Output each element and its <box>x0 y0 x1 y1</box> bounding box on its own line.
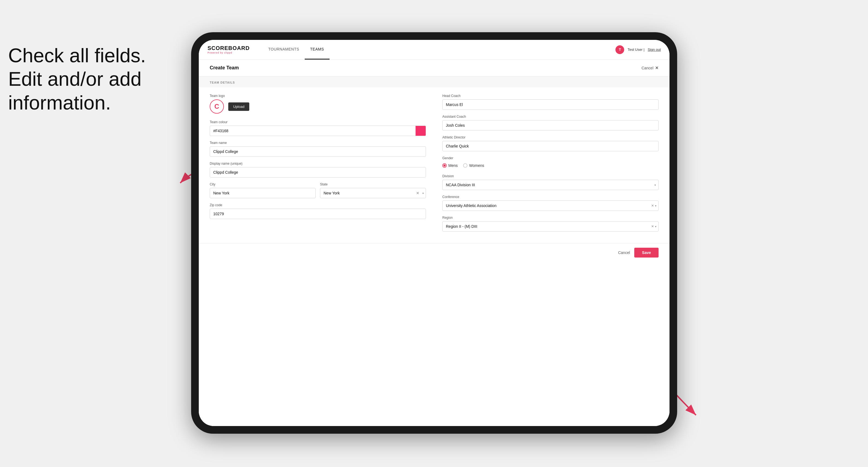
state-label: State <box>320 182 426 186</box>
conference-select-wrapper: University Athletic Association ✕ ▾ <box>442 200 658 211</box>
form-container: Create Team Cancel ✕ TEAM DETAILS Team l… <box>199 60 670 426</box>
display-name-label: Display name (unique) <box>210 162 426 165</box>
state-chevron-icon: ▾ <box>423 192 424 195</box>
city-state-row: City State New York California Texas <box>210 182 426 198</box>
zip-field: Zip code <box>210 203 426 219</box>
gender-radio-group: Mens Womens <box>442 162 658 169</box>
logo-main: SCOREBOARD <box>208 45 250 51</box>
gender-womens-label: Womens <box>469 163 484 168</box>
division-field: Division NCAA Division III NCAA Division… <box>442 174 658 190</box>
form-title: Create Team <box>210 65 239 71</box>
zip-label: Zip code <box>210 203 426 207</box>
division-select[interactable]: NCAA Division III NCAA Division II NCAA … <box>442 180 658 190</box>
sign-out-link[interactable]: Sign out <box>648 48 661 52</box>
cancel-top-link[interactable]: Cancel ✕ <box>641 65 658 70</box>
team-name-input[interactable] <box>210 146 426 157</box>
form-body: Team logo C Upload Team colour <box>199 87 670 243</box>
team-name-label: Team name <box>210 141 426 145</box>
gender-womens-radio[interactable] <box>463 163 467 168</box>
assistant-coach-label: Assistant Coach <box>442 115 658 119</box>
logo-area: SCOREBOARD Powered by clippd <box>208 45 250 54</box>
nav-tournaments[interactable]: TOURNAMENTS <box>263 40 305 60</box>
conference-label: Conference <box>442 195 658 199</box>
athletic-director-label: Athletic Director <box>442 135 658 139</box>
gender-label: Gender <box>442 156 658 160</box>
left-column: Team logo C Upload Team colour <box>210 94 426 237</box>
head-coach-input[interactable] <box>442 99 658 110</box>
nav-username: Test User | <box>627 48 644 52</box>
gender-field: Gender Mens Womens <box>442 156 658 169</box>
gender-mens-option[interactable]: Mens <box>442 163 458 168</box>
tablet-frame: SCOREBOARD Powered by clippd TOURNAMENTS… <box>191 32 677 434</box>
gender-mens-radio[interactable] <box>442 163 447 168</box>
city-input[interactable] <box>210 188 316 198</box>
gender-womens-option[interactable]: Womens <box>463 163 484 168</box>
conference-field: Conference University Athletic Associati… <box>442 195 658 211</box>
team-name-field: Team name <box>210 141 426 157</box>
save-button[interactable]: Save <box>634 248 658 257</box>
athletic-director-field: Athletic Director <box>442 135 658 151</box>
color-swatch[interactable] <box>415 126 426 136</box>
user-avatar: T <box>615 45 624 54</box>
gender-mens-label: Mens <box>448 163 458 168</box>
region-select-wrapper: Region II - (M) DIII ✕ ▾ <box>442 221 658 231</box>
color-input-group <box>210 126 426 136</box>
instruction-left: Check all fields. Edit and/or add inform… <box>8 44 166 115</box>
gender-mens-radio-inner <box>443 164 445 166</box>
color-text-input[interactable] <box>210 126 415 136</box>
zip-input[interactable] <box>210 209 426 219</box>
division-label: Division <box>442 174 658 178</box>
form-header: Create Team Cancel ✕ <box>199 60 670 76</box>
assistant-coach-input[interactable] <box>442 120 658 130</box>
athletic-director-input[interactable] <box>442 141 658 151</box>
main-content: Create Team Cancel ✕ TEAM DETAILS Team l… <box>199 60 670 426</box>
region-select[interactable]: Region II - (M) DIII <box>442 221 658 231</box>
display-name-field: Display name (unique) <box>210 162 426 178</box>
state-select[interactable]: New York California Texas <box>320 188 426 198</box>
section-label: TEAM DETAILS <box>199 76 670 87</box>
team-colour-label: Team colour <box>210 120 426 124</box>
state-field: State New York California Texas ✕ ▾ <box>320 182 426 198</box>
head-coach-label: Head Coach <box>442 94 658 98</box>
logo-circle: C <box>210 99 224 114</box>
region-field: Region Region II - (M) DIII ✕ ▾ <box>442 216 658 231</box>
assistant-coach-field: Assistant Coach <box>442 115 658 130</box>
display-name-input[interactable] <box>210 167 426 178</box>
state-clear-icon[interactable]: ✕ <box>416 191 420 195</box>
logo-upload-area: C Upload <box>210 99 426 114</box>
cancel-x-icon: ✕ <box>655 65 658 70</box>
right-column: Head Coach Assistant Coach Athletic Dire… <box>442 94 658 237</box>
nav-links: TOURNAMENTS TEAMS <box>263 40 615 60</box>
conference-select[interactable]: University Athletic Association <box>442 200 658 211</box>
city-label: City <box>210 182 316 186</box>
region-label: Region <box>442 216 658 220</box>
head-coach-field: Head Coach <box>442 94 658 110</box>
tablet-screen: SCOREBOARD Powered by clippd TOURNAMENTS… <box>199 40 670 426</box>
cancel-button[interactable]: Cancel <box>618 250 630 255</box>
division-select-wrapper: NCAA Division III NCAA Division II NCAA … <box>442 180 658 190</box>
logo-sub: Powered by clippd <box>208 51 250 54</box>
team-logo-label: Team logo <box>210 94 426 98</box>
state-select-wrapper: New York California Texas ✕ ▾ <box>320 188 426 198</box>
team-logo-field: Team logo C Upload <box>210 94 426 115</box>
form-footer: Cancel Save <box>199 243 670 262</box>
upload-button[interactable]: Upload <box>228 102 249 111</box>
nav-right: T Test User | Sign out <box>615 45 661 54</box>
team-colour-field: Team colour <box>210 120 426 136</box>
nav-teams[interactable]: TEAMS <box>305 40 330 60</box>
city-field: City <box>210 182 316 198</box>
navbar: SCOREBOARD Powered by clippd TOURNAMENTS… <box>199 40 670 60</box>
